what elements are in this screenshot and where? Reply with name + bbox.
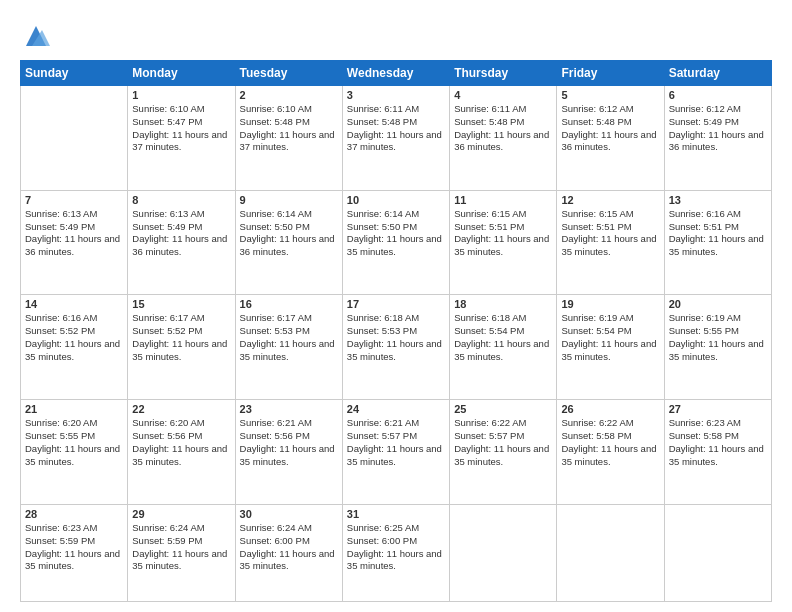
calendar-cell: 1Sunrise: 6:10 AM Sunset: 5:47 PM Daylig…	[128, 86, 235, 191]
calendar-cell: 2Sunrise: 6:10 AM Sunset: 5:48 PM Daylig…	[235, 86, 342, 191]
weekday-header-friday: Friday	[557, 61, 664, 86]
weekday-header-monday: Monday	[128, 61, 235, 86]
cell-content: Sunrise: 6:18 AM Sunset: 5:53 PM Dayligh…	[347, 312, 445, 363]
cell-content: Sunrise: 6:17 AM Sunset: 5:52 PM Dayligh…	[132, 312, 230, 363]
day-number: 13	[669, 194, 767, 206]
day-number: 30	[240, 508, 338, 520]
calendar-cell: 15Sunrise: 6:17 AM Sunset: 5:52 PM Dayli…	[128, 295, 235, 400]
calendar-cell: 28Sunrise: 6:23 AM Sunset: 5:59 PM Dayli…	[21, 504, 128, 601]
calendar-cell: 6Sunrise: 6:12 AM Sunset: 5:49 PM Daylig…	[664, 86, 771, 191]
cell-content: Sunrise: 6:13 AM Sunset: 5:49 PM Dayligh…	[132, 208, 230, 259]
calendar-cell: 8Sunrise: 6:13 AM Sunset: 5:49 PM Daylig…	[128, 190, 235, 295]
cell-content: Sunrise: 6:14 AM Sunset: 5:50 PM Dayligh…	[240, 208, 338, 259]
calendar-cell: 19Sunrise: 6:19 AM Sunset: 5:54 PM Dayli…	[557, 295, 664, 400]
day-number: 27	[669, 403, 767, 415]
cell-content: Sunrise: 6:24 AM Sunset: 6:00 PM Dayligh…	[240, 522, 338, 573]
calendar-cell: 3Sunrise: 6:11 AM Sunset: 5:48 PM Daylig…	[342, 86, 449, 191]
day-number: 17	[347, 298, 445, 310]
day-number: 10	[347, 194, 445, 206]
cell-content: Sunrise: 6:24 AM Sunset: 5:59 PM Dayligh…	[132, 522, 230, 573]
day-number: 11	[454, 194, 552, 206]
day-number: 16	[240, 298, 338, 310]
day-number: 20	[669, 298, 767, 310]
cell-content: Sunrise: 6:11 AM Sunset: 5:48 PM Dayligh…	[454, 103, 552, 154]
cell-content: Sunrise: 6:23 AM Sunset: 5:59 PM Dayligh…	[25, 522, 123, 573]
calendar-cell: 5Sunrise: 6:12 AM Sunset: 5:48 PM Daylig…	[557, 86, 664, 191]
day-number: 19	[561, 298, 659, 310]
calendar-cell: 7Sunrise: 6:13 AM Sunset: 5:49 PM Daylig…	[21, 190, 128, 295]
calendar-cell: 16Sunrise: 6:17 AM Sunset: 5:53 PM Dayli…	[235, 295, 342, 400]
calendar-cell: 27Sunrise: 6:23 AM Sunset: 5:58 PM Dayli…	[664, 400, 771, 505]
cell-content: Sunrise: 6:20 AM Sunset: 5:55 PM Dayligh…	[25, 417, 123, 468]
day-number: 7	[25, 194, 123, 206]
calendar-week-1: 1Sunrise: 6:10 AM Sunset: 5:47 PM Daylig…	[21, 86, 772, 191]
calendar-cell	[664, 504, 771, 601]
cell-content: Sunrise: 6:12 AM Sunset: 5:48 PM Dayligh…	[561, 103, 659, 154]
day-number: 22	[132, 403, 230, 415]
day-number: 3	[347, 89, 445, 101]
calendar-cell: 12Sunrise: 6:15 AM Sunset: 5:51 PM Dayli…	[557, 190, 664, 295]
logo	[20, 22, 50, 50]
day-number: 8	[132, 194, 230, 206]
cell-content: Sunrise: 6:10 AM Sunset: 5:47 PM Dayligh…	[132, 103, 230, 154]
weekday-header-thursday: Thursday	[450, 61, 557, 86]
cell-content: Sunrise: 6:25 AM Sunset: 6:00 PM Dayligh…	[347, 522, 445, 573]
calendar-cell: 4Sunrise: 6:11 AM Sunset: 5:48 PM Daylig…	[450, 86, 557, 191]
calendar-cell: 17Sunrise: 6:18 AM Sunset: 5:53 PM Dayli…	[342, 295, 449, 400]
day-number: 24	[347, 403, 445, 415]
calendar-week-4: 21Sunrise: 6:20 AM Sunset: 5:55 PM Dayli…	[21, 400, 772, 505]
weekday-header-row: SundayMondayTuesdayWednesdayThursdayFrid…	[21, 61, 772, 86]
cell-content: Sunrise: 6:14 AM Sunset: 5:50 PM Dayligh…	[347, 208, 445, 259]
cell-content: Sunrise: 6:19 AM Sunset: 5:55 PM Dayligh…	[669, 312, 767, 363]
cell-content: Sunrise: 6:13 AM Sunset: 5:49 PM Dayligh…	[25, 208, 123, 259]
calendar-cell: 24Sunrise: 6:21 AM Sunset: 5:57 PM Dayli…	[342, 400, 449, 505]
calendar-cell: 26Sunrise: 6:22 AM Sunset: 5:58 PM Dayli…	[557, 400, 664, 505]
calendar-cell: 11Sunrise: 6:15 AM Sunset: 5:51 PM Dayli…	[450, 190, 557, 295]
cell-content: Sunrise: 6:22 AM Sunset: 5:58 PM Dayligh…	[561, 417, 659, 468]
day-number: 4	[454, 89, 552, 101]
calendar-cell: 21Sunrise: 6:20 AM Sunset: 5:55 PM Dayli…	[21, 400, 128, 505]
calendar-cell: 31Sunrise: 6:25 AM Sunset: 6:00 PM Dayli…	[342, 504, 449, 601]
day-number: 31	[347, 508, 445, 520]
logo-icon	[22, 22, 50, 50]
day-number: 18	[454, 298, 552, 310]
day-number: 2	[240, 89, 338, 101]
day-number: 28	[25, 508, 123, 520]
cell-content: Sunrise: 6:23 AM Sunset: 5:58 PM Dayligh…	[669, 417, 767, 468]
calendar-cell: 29Sunrise: 6:24 AM Sunset: 5:59 PM Dayli…	[128, 504, 235, 601]
calendar-cell: 18Sunrise: 6:18 AM Sunset: 5:54 PM Dayli…	[450, 295, 557, 400]
cell-content: Sunrise: 6:15 AM Sunset: 5:51 PM Dayligh…	[454, 208, 552, 259]
day-number: 23	[240, 403, 338, 415]
cell-content: Sunrise: 6:15 AM Sunset: 5:51 PM Dayligh…	[561, 208, 659, 259]
day-number: 21	[25, 403, 123, 415]
day-number: 29	[132, 508, 230, 520]
day-number: 9	[240, 194, 338, 206]
calendar-table: SundayMondayTuesdayWednesdayThursdayFrid…	[20, 60, 772, 602]
weekday-header-wednesday: Wednesday	[342, 61, 449, 86]
day-number: 25	[454, 403, 552, 415]
cell-content: Sunrise: 6:20 AM Sunset: 5:56 PM Dayligh…	[132, 417, 230, 468]
calendar-cell: 25Sunrise: 6:22 AM Sunset: 5:57 PM Dayli…	[450, 400, 557, 505]
weekday-header-saturday: Saturday	[664, 61, 771, 86]
cell-content: Sunrise: 6:10 AM Sunset: 5:48 PM Dayligh…	[240, 103, 338, 154]
day-number: 12	[561, 194, 659, 206]
cell-content: Sunrise: 6:18 AM Sunset: 5:54 PM Dayligh…	[454, 312, 552, 363]
calendar-cell: 13Sunrise: 6:16 AM Sunset: 5:51 PM Dayli…	[664, 190, 771, 295]
calendar-cell: 14Sunrise: 6:16 AM Sunset: 5:52 PM Dayli…	[21, 295, 128, 400]
day-number: 6	[669, 89, 767, 101]
calendar-cell: 9Sunrise: 6:14 AM Sunset: 5:50 PM Daylig…	[235, 190, 342, 295]
cell-content: Sunrise: 6:17 AM Sunset: 5:53 PM Dayligh…	[240, 312, 338, 363]
calendar-cell: 22Sunrise: 6:20 AM Sunset: 5:56 PM Dayli…	[128, 400, 235, 505]
day-number: 15	[132, 298, 230, 310]
calendar-cell	[450, 504, 557, 601]
page: SundayMondayTuesdayWednesdayThursdayFrid…	[0, 0, 792, 612]
cell-content: Sunrise: 6:12 AM Sunset: 5:49 PM Dayligh…	[669, 103, 767, 154]
day-number: 5	[561, 89, 659, 101]
calendar-cell: 10Sunrise: 6:14 AM Sunset: 5:50 PM Dayli…	[342, 190, 449, 295]
cell-content: Sunrise: 6:21 AM Sunset: 5:56 PM Dayligh…	[240, 417, 338, 468]
weekday-header-tuesday: Tuesday	[235, 61, 342, 86]
cell-content: Sunrise: 6:21 AM Sunset: 5:57 PM Dayligh…	[347, 417, 445, 468]
calendar-week-5: 28Sunrise: 6:23 AM Sunset: 5:59 PM Dayli…	[21, 504, 772, 601]
cell-content: Sunrise: 6:19 AM Sunset: 5:54 PM Dayligh…	[561, 312, 659, 363]
day-number: 26	[561, 403, 659, 415]
